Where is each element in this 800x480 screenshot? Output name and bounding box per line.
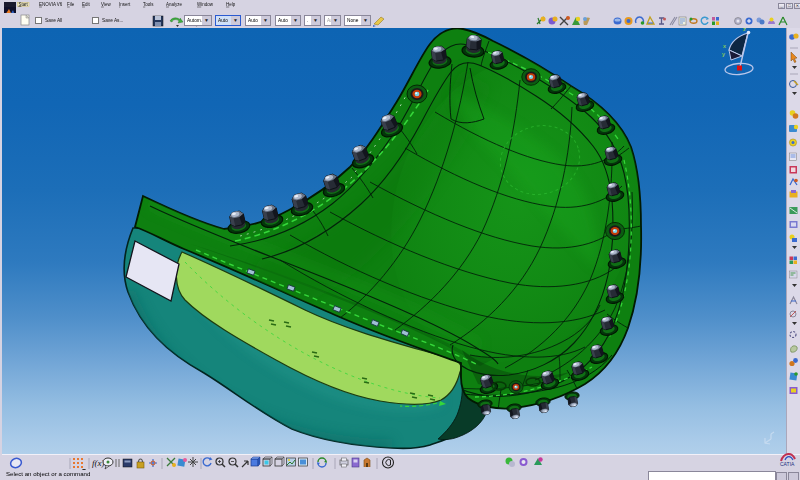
svg-text:z: z <box>743 28 746 32</box>
svg-text:y: y <box>722 51 725 57</box>
svg-text:CATIA: CATIA <box>780 461 795 467</box>
svg-text:x: x <box>723 43 726 49</box>
